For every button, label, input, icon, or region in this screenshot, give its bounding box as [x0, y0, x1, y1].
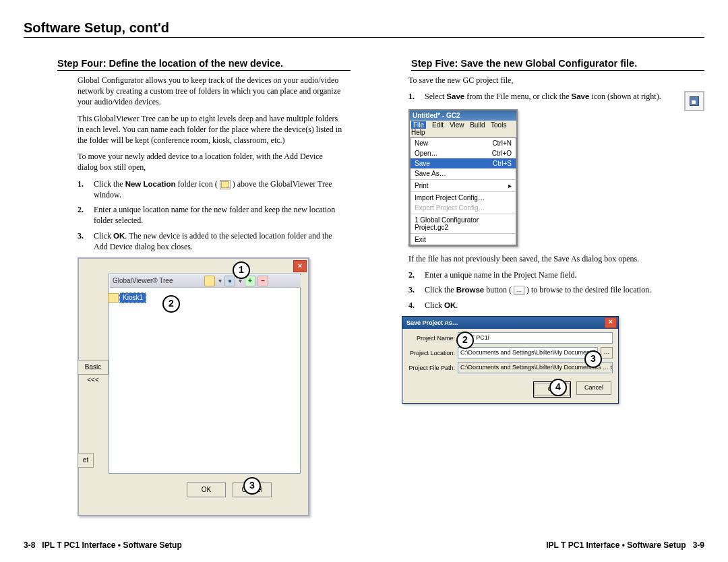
file-menu-screenshot: Untitled* - GC2 File Edit View Build Too…: [408, 109, 518, 247]
file-menu-dropdown: NewCtrl+NOpen…Ctrl+OSaveCtrl+SSave As…Pr…: [410, 137, 516, 245]
list-step: Click the New Location folder icon ( ) a…: [94, 179, 332, 200]
close-icon[interactable]: ×: [605, 317, 617, 328]
list-step: Enter a unique name in the Project Name …: [425, 270, 577, 280]
menu-item[interactable]: 1 Global Configurator Project.gc2: [411, 215, 516, 232]
globe-icon[interactable]: ●: [224, 276, 235, 286]
tree-panel: [109, 274, 301, 474]
basic-toggle-button[interactable]: Basic <<<: [78, 360, 109, 375]
list-step: Select Save from the File menu, or click…: [425, 92, 661, 101]
right-column: Step Five: Save the new Global Configura…: [377, 58, 704, 516]
list-step: Click OK. The new device is added to the…: [94, 231, 332, 252]
browse-button[interactable]: …: [601, 347, 613, 358]
menu-item: Export Project Config…: [411, 203, 516, 213]
menubar: File Edit View Build Tools Help: [410, 121, 516, 137]
list-step: Click the Browse button ( ) to browse to…: [425, 285, 651, 294]
paragraph: If the file has not previously been save…: [408, 253, 698, 264]
page-title: Software Setup, cont'd: [24, 20, 704, 38]
menu-item[interactable]: Import Project Config…: [411, 193, 516, 203]
remove-icon[interactable]: –: [257, 276, 268, 286]
close-icon[interactable]: ×: [293, 260, 307, 272]
step-list: 1.Click the New Location folder icon ( )…: [78, 179, 344, 253]
project-name-field[interactable]: IPL T PC1i: [458, 332, 613, 344]
left-column: Step Four: Define the location of the ne…: [24, 58, 351, 516]
footer-left: 3-8 IPL T PC1 Interface • Software Setup: [24, 540, 182, 550]
callout-3: 3: [584, 350, 602, 368]
menu-item[interactable]: Exit: [411, 235, 516, 245]
list-step: Enter a unique location name for the new…: [94, 205, 335, 225]
project-location-field[interactable]: C:\Documents and Settings\Lbilter\My Doc…: [458, 347, 598, 358]
window-title: Untitled* - GC2: [410, 111, 516, 121]
partial-button[interactable]: et: [78, 453, 94, 468]
dropdown-icon[interactable]: ▾: [217, 276, 222, 286]
project-name-label: Project Name:: [408, 335, 455, 342]
project-path-label: Project File Path:: [408, 365, 455, 371]
menu-item[interactable]: Print▸: [411, 181, 516, 191]
menu-help[interactable]: Help: [411, 129, 425, 136]
new-location-icon[interactable]: [204, 276, 215, 286]
menu-build[interactable]: Build: [470, 121, 485, 129]
paragraph: To save the new GC project file,: [408, 75, 698, 86]
tree-item-selected[interactable]: Kiosk1: [119, 292, 146, 303]
menu-item[interactable]: Open…Ctrl+O: [411, 148, 516, 158]
list-step: Click OK.: [425, 301, 458, 310]
menu-item[interactable]: Save As…: [411, 168, 516, 179]
menu-tools[interactable]: Tools: [491, 121, 506, 129]
paragraph: This GlobalViewer Tree can be up to eigh…: [78, 113, 344, 146]
menu-item[interactable]: SaveCtrl+S: [411, 158, 516, 168]
globalviewer-tree-dialog: × GlobalViewer® Tree ▾ ● ▾ + – Kiosk1 Ba…: [78, 257, 309, 516]
step-four-heading: Step Four: Define the location of the ne…: [57, 58, 351, 71]
footer-right: IPL T PC1 Interface • Software Setup 3-9: [546, 540, 704, 550]
paragraph: Global Configurator allows you to keep t…: [78, 75, 344, 108]
menu-file[interactable]: File: [411, 121, 426, 129]
step-five-heading: Step Five: Save the new Global Configura…: [411, 58, 704, 71]
menu-view[interactable]: View: [450, 121, 464, 129]
paragraph: To move your newly added device to a loc…: [78, 151, 344, 173]
browse-icon: [514, 286, 524, 295]
menu-item[interactable]: NewCtrl+N: [411, 138, 516, 148]
ok-button[interactable]: OK: [187, 482, 226, 497]
project-location-label: Project Location:: [408, 350, 455, 356]
menu-edit[interactable]: Edit: [432, 121, 444, 129]
callout-2: 2: [456, 332, 474, 349]
dialog-title: Save Project As…: [402, 317, 618, 329]
folder-icon: [220, 180, 231, 189]
save-project-dialog: Save Project As… × Project Name: IPL T P…: [402, 316, 619, 404]
callout-4: 4: [549, 379, 567, 396]
cancel-button[interactable]: Cancel: [576, 381, 611, 395]
